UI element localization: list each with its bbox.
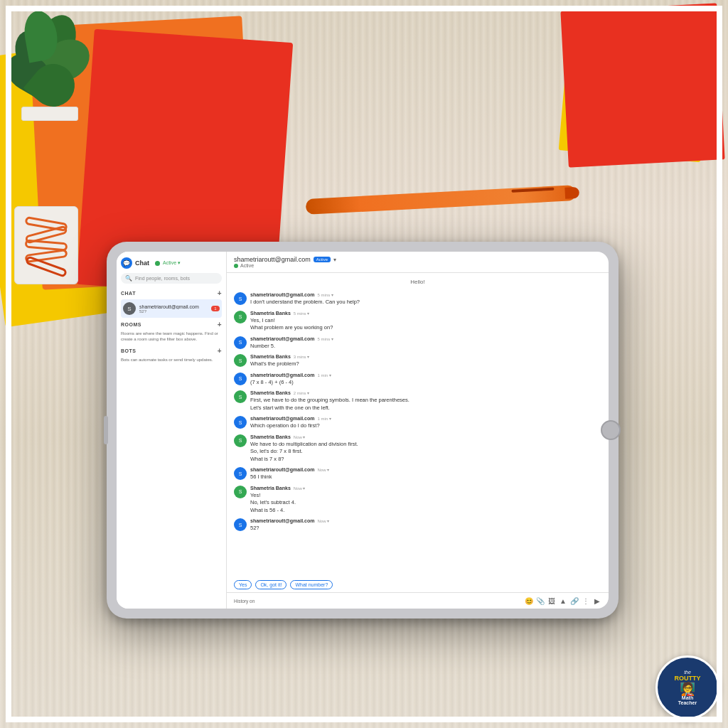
drive-icon[interactable]: ▲ [559,596,567,605]
message-content: Shametria Banks Now ▾ Yes!No, let's subt… [250,486,601,515]
message-sender-row: shametriaroutt@gmail.com 1 min ▾ [250,373,601,378]
message-text: Which operation do I do first? [250,422,601,430]
rooms-description: Rooms are where the team magic happens. … [121,331,222,343]
brand-logo-badge: the ROUTTY 🧑‍🏫 Math Teacher [655,655,719,719]
chat-input-area[interactable]: History on 😊 📎 🖼 ▲ 🔗 ⋮ ▶ [227,592,609,609]
add-room-button[interactable]: + [218,321,222,328]
paper-red-right [560,3,724,167]
message-sender: Shametria Banks [250,390,291,395]
message-avatar: S [234,354,247,367]
message-sender-row: shametriaroutt@gmail.com 5 mins ▾ [250,292,601,297]
message-text: I don't understand the problem. Can you … [250,299,601,306]
message-sender-row: shametriaroutt@gmail.com Now ▾ [250,467,601,472]
section-bots-label: BOTS + [121,347,222,355]
history-toggle[interactable]: History on [234,599,255,604]
message-sender: Shametria Banks [250,434,291,439]
message-time: 5 mins ▾ [317,292,333,297]
message-avatar: S [234,518,247,531]
message-row: S shametriaroutt@gmail.com 5 mins ▾ I do… [234,292,601,306]
message-text: We have to do multiplication and divisio… [250,441,601,464]
logo-line4: Teacher [678,700,697,705]
ipad: 💬 Chat Active ▾ 🔍 Find people, rooms, bo… [107,242,619,619]
attachment-icon[interactable]: 📎 [536,596,545,605]
chat-sidebar: 💬 Chat Active ▾ 🔍 Find people, rooms, bo… [117,252,227,609]
ipad-volume-button[interactable] [104,416,108,444]
message-row: S shametriaroutt@gmail.com Now ▾ 52? [234,518,601,532]
message-avatar: S [234,336,247,349]
image-icon[interactable]: 🖼 [547,596,556,605]
messages-area[interactable]: Hello! S shametriaroutt@gmail.com 5 mins… [227,273,609,577]
ipad-home-button[interactable] [601,420,621,440]
message-content: shametriaroutt@gmail.com 1 min ▾ Which o… [250,416,601,430]
quick-reply-ok[interactable]: Ok, got it! [255,580,287,589]
online-tag: Active [314,257,331,262]
message-avatar: S [234,486,247,498]
chat-item-name: shametriaroutt@gmail.com [139,304,208,309]
message-row: S Shametria Banks Now ▾ We have to do mu… [234,434,601,464]
message-sender: shametriaroutt@gmail.com [250,416,314,421]
message-time: 1 min ▾ [317,373,331,378]
chat-avatar: S [123,302,136,315]
message-avatar: S [234,311,247,323]
chat-main: shametriaroutt@gmail.com Active ▾ Active [227,252,609,609]
message-content: shametriaroutt@gmail.com 5 mins ▾ I don'… [250,292,601,306]
paper-clips-tray [14,206,78,284]
message-sender-row: Shametria Banks 5 mins ▾ [250,311,601,316]
message-row: S shametriaroutt@gmail.com Now ▾ 56 I th… [234,467,601,481]
quick-replies: Yes Ok, got it! What number? [227,577,609,592]
ipad-screen[interactable]: 💬 Chat Active ▾ 🔍 Find people, rooms, bo… [117,252,609,609]
message-row: S shametriaroutt@gmail.com 1 min ▾ Which… [234,416,601,430]
emoji-icon[interactable]: 😊 [525,596,533,605]
message-content: shametriaroutt@gmail.com Now ▾ 52? [250,518,601,532]
message-avatar: S [234,292,247,305]
pen-tip [564,187,579,199]
message-text: 52? [250,525,601,532]
chat-list-item[interactable]: S shametriaroutt@gmail.com 52? 1 [121,299,222,318]
quick-reply-yes[interactable]: Yes [234,580,252,589]
message-time: Now ▾ [317,467,329,472]
message-text: Yes!No, let's subtract 4.What is 56 - 4. [250,492,601,515]
logo-line3: Math [682,695,693,700]
message-content: Shametria Banks 5 mins ▾ Yes, I can!What… [250,311,601,332]
link-icon[interactable]: 🔗 [570,596,579,605]
add-bot-button[interactable]: + [218,347,222,355]
quick-reply-number[interactable]: What number? [290,580,333,589]
paper-stack-right [444,0,728,213]
message-sender: Shametria Banks [250,311,291,316]
message-sender: shametriaroutt@gmail.com [250,336,314,341]
chat-header-top: shametriaroutt@gmail.com Active ▾ [234,256,601,263]
message-text: What's the problem? [250,360,601,368]
more-icon[interactable]: ⋮ [582,596,590,605]
message-text: Number 5. [250,343,601,350]
message-time: 2 mins ▾ [294,390,309,395]
message-sender: shametriaroutt@gmail.com [250,467,314,472]
message-avatar: S [234,390,247,403]
chat-item-info: shametriaroutt@gmail.com 52? [139,304,208,314]
expand-icon[interactable]: ▾ [333,257,336,263]
message-text: Yes, I can!What problem are you working … [250,317,601,332]
message-time: Now ▾ [317,518,329,523]
message-content: shametriaroutt@gmail.com Now ▾ 56 I thin… [250,467,601,481]
add-chat-button[interactable]: + [218,289,222,297]
status-text: Active [240,263,254,268]
message-content: shametriaroutt@gmail.com 1 min ▾ (7 x 8 … [250,373,601,387]
message-time: 5 mins ▾ [317,336,333,341]
message-time: 1 min ▾ [317,416,331,421]
send-icon[interactable]: ▶ [593,596,601,605]
active-label: Active ▾ [163,260,181,266]
message-sender-row: Shametria Banks Now ▾ [250,434,601,439]
message-row: S Shametria Banks Now ▾ Yes!No, let's su… [234,486,601,515]
search-bar[interactable]: 🔍 Find people, rooms, bots [121,273,222,284]
search-placeholder: Find people, rooms, bots [135,276,190,281]
message-content: shametriaroutt@gmail.com 5 mins ▾ Number… [250,336,601,350]
message-sender-row: Shametria Banks 2 mins ▾ [250,390,601,395]
message-avatar: S [234,416,247,429]
message-time: 5 mins ▾ [294,311,309,316]
chat-logo: 💬 [121,257,132,269]
header-status: Active [234,263,601,268]
ipad-body: 💬 Chat Active ▾ 🔍 Find people, rooms, bo… [107,242,619,619]
plant [0,0,107,135]
message-sender: Shametria Banks [250,354,291,359]
message-content: Shametria Banks Now ▾ We have to do mult… [250,434,601,464]
message-row: S shametriaroutt@gmail.com 1 min ▾ (7 x … [234,373,601,387]
